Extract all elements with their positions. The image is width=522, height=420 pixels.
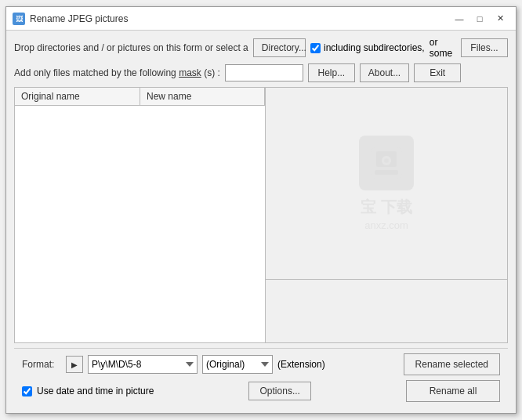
- about-button[interactable]: About...: [360, 63, 409, 82]
- main-window: 🖼 Rename JPEG pictures — □ ✕ Drop direct…: [5, 6, 517, 414]
- main-area: Original name New name: [14, 87, 508, 343]
- format-row: Format: ▶ P\y\M\D\5-8 (Original) (Extens…: [22, 353, 500, 375]
- files-button[interactable]: Files...: [461, 38, 508, 57]
- col-new-header: New name: [140, 88, 265, 105]
- including-subdirs-container: including subdirectories,: [310, 42, 425, 53]
- preview-area: 宝 下载 anxz.com: [266, 88, 507, 342]
- format-play-button[interactable]: ▶: [66, 356, 83, 373]
- col-original-header: Original name: [15, 88, 140, 105]
- including-subdirs-checkbox[interactable]: [310, 43, 321, 53]
- directory-button[interactable]: Directory...: [253, 38, 306, 57]
- preview-image-top: 宝 下载 anxz.com: [266, 88, 507, 280]
- use-date-label: Use date and time in picture: [37, 386, 154, 396]
- help-button[interactable]: Help...: [308, 63, 355, 82]
- app-icon: 🖼: [13, 13, 25, 25]
- title-bar: 🖼 Rename JPEG pictures — □ ✕: [6, 7, 516, 31]
- file-list-body[interactable]: [15, 106, 265, 342]
- rename-selected-button[interactable]: Rename selected: [404, 353, 500, 375]
- svg-point-3: [384, 158, 389, 163]
- close-button[interactable]: ✕: [491, 11, 509, 27]
- file-list-header: Original name New name: [15, 88, 265, 106]
- format-dropdown-wrapper: P\y\M\D\5-8: [88, 355, 198, 374]
- content-area: Drop directories and / or pictures on th…: [6, 31, 516, 413]
- format-label: Format:: [22, 359, 61, 370]
- options-row: Use date and time in picture Options... …: [22, 380, 500, 402]
- use-date-checkbox[interactable]: [22, 386, 32, 396]
- watermark-icon: [359, 136, 414, 190]
- preview-bottom: [266, 280, 507, 342]
- or-some-label: or some: [430, 37, 456, 59]
- exit-button[interactable]: Exit: [414, 63, 461, 82]
- format-select[interactable]: P\y\M\D\5-8: [88, 355, 198, 374]
- original-dropdown-wrapper: (Original): [202, 355, 273, 374]
- file-list: Original name New name: [15, 88, 266, 342]
- rename-all-button[interactable]: Rename all: [406, 380, 500, 402]
- including-label: including subdirectories,: [324, 42, 425, 53]
- maximize-button[interactable]: □: [470, 11, 489, 27]
- drop-label: Drop directories and / or pictures on th…: [14, 42, 248, 53]
- window-controls: — □ ✕: [450, 11, 509, 27]
- directory-row: Drop directories and / or pictures on th…: [14, 37, 508, 59]
- extension-label: (Extension): [277, 359, 325, 370]
- mask-label: Add only files matched by the following …: [14, 67, 220, 78]
- watermark: 宝 下载 anxz.com: [359, 136, 414, 231]
- minimize-button[interactable]: —: [450, 11, 469, 27]
- options-button[interactable]: Options...: [248, 382, 311, 400]
- bottom-bar: Format: ▶ P\y\M\D\5-8 (Original) (Extens…: [14, 348, 508, 407]
- mask-row: Add only files matched by the following …: [14, 63, 508, 82]
- window-title: Rename JPEG pictures: [30, 13, 450, 24]
- original-select[interactable]: (Original): [202, 355, 273, 374]
- svg-rect-4: [375, 170, 398, 175]
- mask-input[interactable]: *.jpg|*.jpeg: [225, 64, 303, 81]
